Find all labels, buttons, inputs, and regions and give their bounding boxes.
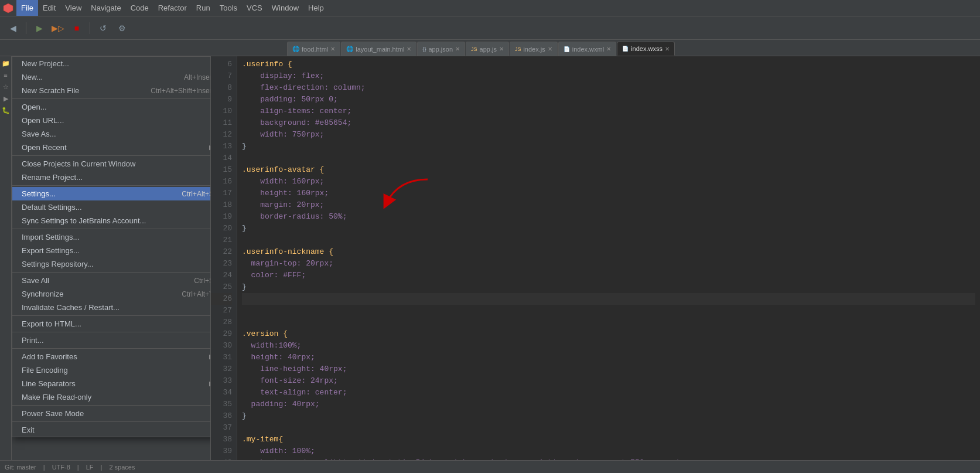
tab-app-json-icon: {} [422,46,426,52]
status-separator-3: | [101,464,103,471]
menu-exit[interactable]: Exit [12,423,211,437]
tab-food-html-label: food.html [302,46,328,53]
editor-panel[interactable]: 678910 1112131415 1617181920 2122232425 … [211,56,980,473]
menu-code[interactable]: Code [126,0,153,16]
menu-new-scratch[interactable]: New Scratch File Ctrl+Alt+Shift+Insert [12,84,211,97]
tab-food-html-close[interactable]: ✕ [330,46,335,52]
menu-item-label: Exit [22,426,35,434]
menu-file[interactable]: File [16,0,38,16]
toolbar-sep-1 [26,22,26,34]
menu-export-html[interactable]: Export to HTML... [12,317,211,331]
tab-app-js[interactable]: JS app.js ✕ [466,42,509,56]
menu-divider-9 [12,405,211,406]
menu-item-shortcut: Ctrl+Alt+S [182,190,211,198]
toolbar-sep-2 [90,22,90,34]
menu-export-settings[interactable]: Export Settings... [12,244,211,257]
menu-item-label: Default Settings... [22,203,82,212]
tab-app-json-close[interactable]: ✕ [455,46,460,52]
menu-import-settings[interactable]: Import Settings... [12,230,211,244]
menu-new-project[interactable]: New Project... [12,57,211,70]
tab-index-wxml[interactable]: 📄 index.wxml ✕ [558,42,616,56]
tab-index-js[interactable]: JS index.js ✕ [510,42,558,56]
menu-window[interactable]: Window [267,0,303,16]
menu-edit[interactable]: Edit [38,0,60,16]
menu-run[interactable]: Run [192,0,215,16]
tab-layout-html-close[interactable]: ✕ [407,46,411,52]
file-menu-dropdown: New Project... New... Alt+Insert New Scr… [12,56,211,437]
menu-make-readonly[interactable]: Make File Read-only [12,390,211,404]
menu-open-url[interactable]: Open URL... [12,114,211,127]
menu-item-label: New Scratch File [22,86,79,95]
sidebar-debug-icon[interactable]: 🐛 [1,106,11,115]
tab-index-wxml-close[interactable]: ✕ [606,46,611,52]
menu-settings[interactable]: Settings... Ctrl+Alt+S [12,187,211,200]
menu-refactor[interactable]: Refactor [153,0,192,16]
menu-item-label: Save All [22,276,49,285]
menu-power-save[interactable]: Power Save Mode [12,407,211,420]
tab-index-wxss-close[interactable]: ✕ [665,46,670,52]
tab-app-json[interactable]: {} app.json ✕ [417,42,465,56]
menu-item-label: Rename Project... [22,173,83,182]
menu-settings-repo[interactable]: Settings Repository... [12,257,211,271]
menu-view[interactable]: View [60,0,86,16]
menu-rename-project[interactable]: Rename Project... [12,171,211,184]
menu-divider-8 [12,348,211,349]
toolbar-debug-btn[interactable]: ▶▷ [50,20,66,36]
menu-add-favorites[interactable]: Add to Favorites ▶ [12,350,211,363]
menu-item-label: New Project... [22,59,69,68]
menu-sync-settings[interactable]: Sync Settings to JetBrains Account... [12,214,211,227]
svg-marker-0 [4,4,13,13]
menu-default-settings[interactable]: Default Settings... [12,200,211,214]
tab-index-wxss[interactable]: 📄 index.wxss ✕ [617,42,675,56]
tab-food-html-icon: 🌐 [292,46,299,52]
tab-layout-html[interactable]: 🌐 layout_main.html ✕ [341,42,416,56]
menu-divider-2 [12,155,211,156]
tab-index-wxml-label: index.wxml [572,46,604,53]
status-separator-2: | [77,464,79,471]
sidebar-favorites-icon[interactable]: ☆ [1,82,11,91]
menu-help[interactable]: Help [303,0,329,16]
menu-vcs[interactable]: VCS [242,0,267,16]
menu-item-label: Import Settings... [22,233,79,241]
toolbar: ◀ ▶ ▶▷ ■ ↺ ⚙ [0,16,980,40]
sidebar-project-icon[interactable]: 📁 [1,59,11,68]
menu-invalidate-caches[interactable]: Invalidate Caches / Restart... [12,301,211,314]
menu-save-all[interactable]: Save All Ctrl+S [12,274,211,287]
toolbar-undo-btn[interactable]: ↺ [95,20,111,36]
status-encoding: UTF-8 [52,464,70,471]
tab-layout-html-label: layout_main.html [356,46,404,53]
menu-item-label: Open Recent [22,143,67,152]
menu-navigate[interactable]: Navigate [86,0,125,16]
sidebar-structure-icon[interactable]: ≡ [1,70,11,80]
menu-tools[interactable]: Tools [215,0,242,16]
tab-index-js-close[interactable]: ✕ [548,46,552,52]
menu-synchronize[interactable]: Synchronize Ctrl+Alt+Y [12,287,211,301]
menu-item-label: Print... [22,336,44,345]
menu-open-recent[interactable]: Open Recent ▶ [12,141,211,154]
menu-print[interactable]: Print... [12,334,211,347]
menu-open[interactable]: Open... [12,100,211,114]
menu-file-encoding[interactable]: File Encoding [12,363,211,377]
tab-food-html[interactable]: 🌐 food.html ✕ [287,42,340,56]
tab-app-js-close[interactable]: ✕ [499,46,504,52]
toolbar-stop-btn[interactable]: ■ [69,20,85,36]
toolbar-config-btn[interactable]: ⚙ [114,20,130,36]
menu-item-label: Open URL... [22,116,64,125]
menu-line-separators[interactable]: Line Separators ▶ [12,377,211,390]
status-bar: Git: master | UTF-8 | LF | 2 spaces [0,460,980,473]
menu-item-label: Close Projects in Current Window [22,159,135,168]
tab-index-wxml-icon: 📄 [564,46,570,52]
menu-item-shortcut: Ctrl+Alt+Y [182,290,211,298]
menu-item-shortcut: Ctrl+S [194,277,211,285]
menu-close-projects[interactable]: Close Projects in Current Window [12,157,211,171]
menu-item-shortcut: Alt+Insert [184,73,211,81]
menu-save-as[interactable]: Save As... [12,127,211,141]
toolbar-run-btn[interactable]: ▶ [31,20,47,36]
sidebar-run-icon[interactable]: ▶ [1,94,11,103]
menu-new[interactable]: New... Alt+Insert [12,70,211,84]
menu-item-label: Settings Repository... [22,260,94,268]
toolbar-back-btn[interactable]: ◀ [5,20,21,36]
code-content[interactable]: .userinfo { display: flex; flex-directio… [237,56,980,473]
menu-item-label: Sync Settings to JetBrains Account... [22,216,146,225]
menu-divider-1 [12,98,211,99]
